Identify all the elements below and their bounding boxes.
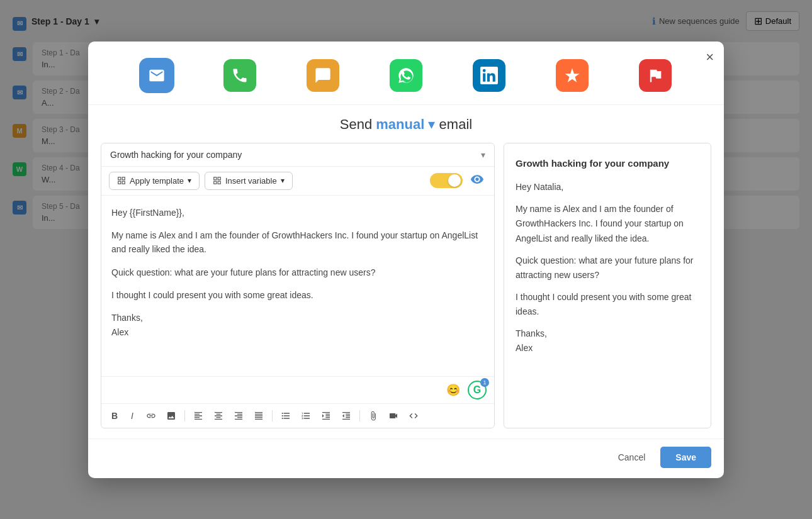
- channel-linkedin-icon[interactable]: [473, 59, 505, 92]
- variable-chevron: ▾: [281, 176, 285, 185]
- svg-rect-6: [214, 181, 217, 184]
- align-center-button[interactable]: [210, 409, 227, 423]
- preview-eye-button[interactable]: [468, 172, 487, 189]
- email-content-area[interactable]: Hey {{FirstName}}, My name is Alex and I…: [101, 196, 494, 376]
- preview-body3: I thought I could present you with some …: [516, 290, 699, 319]
- email-line-4: I thought I could present you with some …: [111, 288, 484, 302]
- manual-dropdown[interactable]: manual: [376, 116, 424, 132]
- toolbar-sep-3: [359, 410, 360, 421]
- preview-body2: Quick question: what are your future pla…: [516, 254, 699, 282]
- video-button[interactable]: [385, 409, 402, 423]
- modal-footer: Cancel Save: [88, 438, 724, 478]
- cancel-button[interactable]: Cancel: [609, 447, 655, 467]
- subject-chevron[interactable]: ▾: [481, 150, 485, 160]
- preview-body: Hey Natalia, My name is Alex and I am th…: [516, 180, 699, 355]
- format-toolbar: B I: [101, 403, 494, 428]
- channel-asterisk-icon[interactable]: [556, 59, 589, 92]
- email-editor-panel: ▾ Apply template ▾ Insert variable ▾: [101, 143, 495, 428]
- toggle-switch[interactable]: [430, 173, 463, 188]
- svg-rect-7: [218, 181, 220, 184]
- justify-button[interactable]: [251, 409, 267, 423]
- bold-button[interactable]: B: [108, 409, 121, 423]
- italic-button[interactable]: I: [125, 409, 139, 423]
- channel-email-icon[interactable]: [140, 59, 173, 92]
- emoji-button[interactable]: 😊: [444, 381, 463, 399]
- insert-variable-button[interactable]: Insert variable ▾: [205, 172, 293, 190]
- preview-body1: My name is Alex and I am the founder of …: [516, 202, 699, 245]
- subject-row: ▾: [101, 143, 494, 167]
- svg-rect-2: [118, 181, 121, 184]
- outdent-button[interactable]: [338, 409, 354, 423]
- apply-template-button[interactable]: Apply template ▾: [109, 172, 200, 190]
- preview-greeting: Hey Natalia,: [516, 180, 699, 194]
- modal: ×: [88, 42, 724, 478]
- toggle-thumb: [448, 174, 461, 187]
- email-line-3: Quick question: what are your future pla…: [111, 265, 484, 279]
- modal-body: ▾ Apply template ▾ Insert variable ▾: [88, 143, 724, 438]
- template-chevron: ▾: [188, 176, 191, 185]
- grammarly-button[interactable]: G 1: [468, 381, 487, 399]
- svg-rect-0: [118, 177, 121, 180]
- code-button[interactable]: [405, 409, 422, 423]
- align-left-button[interactable]: [190, 409, 206, 423]
- preview-title: Growth hacking for your company: [516, 156, 699, 172]
- unordered-list-button[interactable]: [278, 409, 294, 423]
- attachment-button[interactable]: [365, 409, 381, 423]
- svg-rect-5: [218, 177, 220, 180]
- editor-toolbar: Apply template ▾ Insert variable ▾: [101, 167, 494, 196]
- grammarly-badge-count: 1: [480, 378, 489, 387]
- email-line-1: Hey {{FirstName}},: [111, 206, 484, 220]
- channel-phone-icon[interactable]: [223, 59, 256, 92]
- toolbar-sep-1: [184, 410, 185, 421]
- svg-rect-3: [122, 181, 125, 184]
- svg-rect-4: [214, 177, 217, 180]
- preview-sign: Thanks,Alex: [516, 326, 699, 355]
- channel-flag-icon[interactable]: [639, 59, 672, 92]
- save-button[interactable]: Save: [660, 447, 711, 468]
- channel-sms-icon[interactable]: [307, 59, 339, 92]
- email-line-2: My name is Alex and I am the founder of …: [111, 228, 484, 257]
- channel-icon-row: [88, 42, 724, 105]
- close-button[interactable]: ×: [706, 50, 714, 64]
- indent-button[interactable]: [318, 409, 334, 423]
- toolbar-sep-2: [272, 410, 273, 421]
- modal-overlay: ×: [0, 0, 812, 519]
- subject-input[interactable]: [110, 150, 481, 160]
- link-button[interactable]: [143, 409, 159, 423]
- channel-whatsapp-icon[interactable]: [390, 59, 422, 92]
- ordered-list-button[interactable]: [298, 409, 314, 423]
- svg-rect-1: [122, 177, 125, 180]
- email-line-5: Thanks,Alex: [111, 311, 484, 339]
- email-preview-panel: Growth hacking for your company Hey Nata…: [504, 143, 711, 428]
- emoji-row: 😊 G 1: [101, 376, 494, 403]
- manual-chevron[interactable]: ▾: [428, 116, 435, 132]
- align-right-button[interactable]: [230, 409, 247, 423]
- image-button[interactable]: [163, 409, 179, 423]
- modal-title: Send manual ▾ email: [88, 105, 724, 143]
